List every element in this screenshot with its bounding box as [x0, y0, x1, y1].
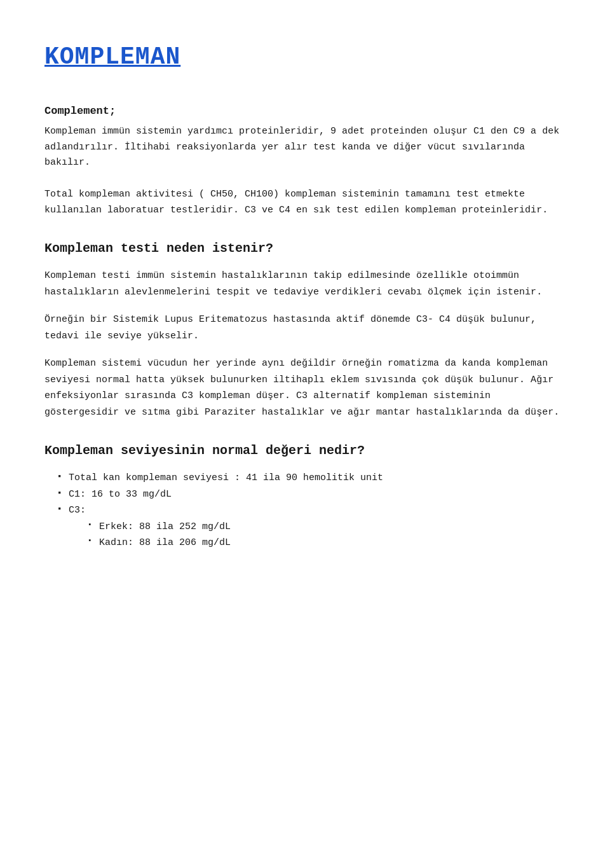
- section2-heading: Kompleman seviyesinin normal değeri nedi…: [44, 441, 566, 461]
- section1-paragraph-1: Kompleman testi immün sistemin hastalıkl…: [44, 268, 566, 300]
- list-item: C3: Erkek: 88 ila 252 mg/dL Kadın: 88 il…: [57, 502, 566, 551]
- sub-list-item: Erkek: 88 ila 252 mg/dL: [88, 519, 566, 535]
- section1-heading: Kompleman testi neden istenir?: [44, 238, 566, 259]
- intro-section: Complement; Kompleman immün sistemin yar…: [44, 102, 566, 219]
- intro-label: Complement;: [44, 102, 566, 120]
- section1-paragraph-2: Örneğin bir Sistemik Lupus Eritematozus …: [44, 312, 566, 344]
- sub-list-item: Kadın: 88 ila 206 mg/dL: [88, 535, 566, 551]
- intro-paragraph-1: Kompleman immün sistemin yardımcı protei…: [44, 124, 566, 171]
- intro-paragraph-2: Total kompleman aktivitesi ( CH50, CH100…: [44, 187, 566, 219]
- list-item: C1: 16 to 33 mg/dL: [57, 486, 566, 503]
- section1-paragraph-3: Kompleman sistemi vücudun her yerinde ay…: [44, 355, 566, 420]
- normal-values-list: Total kan kompleman seviyesi : 41 ila 90…: [44, 470, 566, 551]
- sub-list: Erkek: 88 ila 252 mg/dL Kadın: 88 ila 20…: [69, 519, 566, 551]
- page-title: KOMPLEMAN: [44, 38, 566, 77]
- list-item: Total kan kompleman seviyesi : 41 ila 90…: [57, 470, 566, 486]
